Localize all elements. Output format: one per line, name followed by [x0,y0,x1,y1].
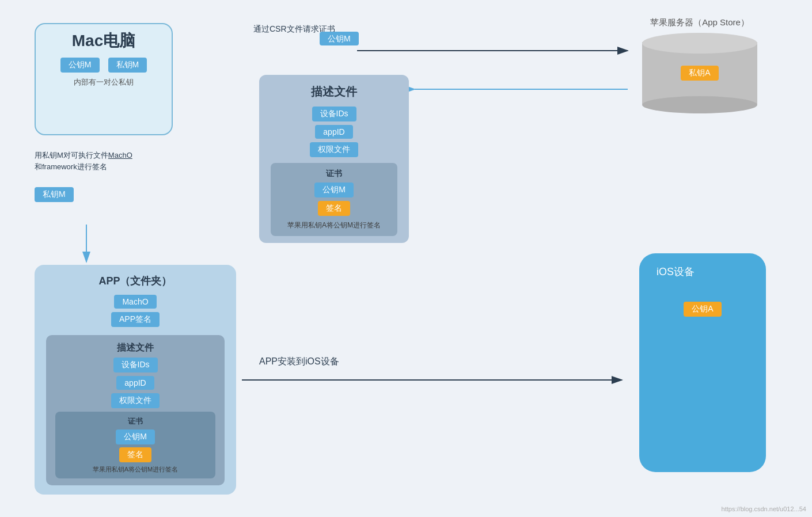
apple-server-private-key: 私钥A [681,66,718,81]
app-folder-profile-title: 描述文件 [117,342,154,354]
mac-keys: 公钥M 私钥M [60,58,147,73]
profile-center-appid: appID [315,125,352,139]
ios-public-key: 公钥A [684,302,721,317]
signing-desc1: 用私钥M对可执行文件 [35,151,108,159]
signing-private-key: 私钥M [35,187,74,202]
ios-title: iOS设备 [657,265,695,279]
app-folder-cert-box: 证书 公钥M 签名 苹果用私钥A将公钥M进行签名 [55,412,215,478]
profile-center-cert-pubkey: 公钥M [314,183,354,197]
app-folder-profile-appid: appID [116,376,154,390]
app-folder-appsign: APP签名 [111,312,160,327]
app-folder-cert-label: 苹果用私钥A将公钥M进行签名 [93,465,179,474]
profile-center-title: 描述文件 [271,84,397,100]
install-label: APP安装到iOS设备 [259,356,339,368]
app-folder-cert-sig: 签名 [119,447,151,462]
csr-key-badge-text: 公钥M [320,32,359,45]
watermark: https://blog.csdn.net/u012...54 [722,505,806,512]
profile-center-cert-label: 苹果用私钥A将公钥M进行签名 [287,221,381,230]
diagram-container: 通过CSR文件请求证书 公钥M Mac电脑 公钥M 私钥M 内部有一对公私钥 用… [0,0,812,517]
mac-private-key: 私钥M [108,58,147,73]
signing-macho: MachO [108,151,132,159]
mac-title: Mac电脑 [72,30,135,52]
mac-box: Mac电脑 公钥M 私钥M 内部有一对公私钥 [35,23,173,135]
mac-public-key: 公钥M [60,58,100,73]
profile-center-deviceids: 设备IDs [312,107,356,121]
mac-subtitle: 内部有一对公私钥 [74,77,134,88]
ios-content: 公钥A [684,302,721,317]
apple-server-title: 苹果服务器（App Store） [650,17,749,28]
apple-server-box: 苹果服务器（App Store） 私钥A [633,17,766,113]
app-folder-macho: MachO [114,295,156,309]
profile-center-items: 设备IDs appID 权限文件 证书 公钥M 签名 苹果用私钥A将公钥M进行签… [271,107,397,236]
signing-label: 用私钥M对可执行文件MachO 和framework进行签名 私钥M [35,150,150,202]
signing-desc: 用私钥M对可执行文件MachO [35,150,150,161]
csr-key-badge: 公钥M [320,33,359,44]
app-folder-profile-deviceids: 设备IDs [113,358,158,372]
profile-center-cert-box: 证书 公钥M 签名 苹果用私钥A将公钥M进行签名 [271,163,397,236]
ios-device-box: iOS设备 公钥A [639,253,766,472]
app-folder-cert-title: 证书 [128,416,143,427]
app-folder-profile-entitlements: 权限文件 [111,393,160,408]
profile-center-box: 描述文件 设备IDs appID 权限文件 证书 公钥M 签名 苹果用私钥A将公… [259,75,409,243]
signing-desc2: 和framework进行签名 [35,161,150,173]
cylinder-shape: 私钥A [642,33,757,113]
install-label-text: APP安装到iOS设备 [259,356,339,366]
app-folder-title: APP（文件夹） [46,274,225,288]
profile-center-cert-sig: 签名 [318,201,350,216]
profile-center-entitlements: 权限文件 [310,142,358,157]
app-folder-profile-box: 描述文件 设备IDs appID 权限文件 证书 公钥M 签名 苹果用私钥A将公… [46,335,225,485]
app-folder-box: APP（文件夹） MachO APP签名 描述文件 设备IDs appID 权限… [35,265,236,495]
app-folder-items: MachO APP签名 描述文件 设备IDs appID 权限文件 证书 公钥M… [46,295,225,485]
app-folder-cert-pubkey: 公钥M [116,429,155,444]
profile-center-cert-title: 证书 [326,169,342,179]
